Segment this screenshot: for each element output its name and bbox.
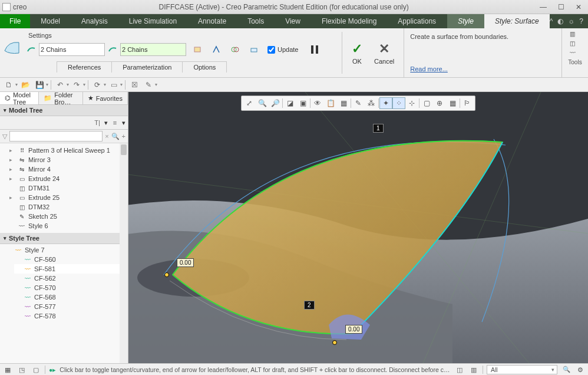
zoom-in-icon[interactable]: 🔍 — [256, 97, 269, 109]
tab-live-simulation[interactable]: Live Simulation — [118, 14, 187, 28]
saved-views-icon[interactable]: 👁 — [311, 97, 324, 109]
open-icon[interactable]: 📂 — [19, 79, 32, 91]
style-tree-header[interactable]: ▾ Style Tree — [0, 233, 128, 244]
redo-icon[interactable]: ↷ — [70, 79, 83, 91]
update-checkbox-input[interactable] — [267, 46, 275, 54]
grid-icon[interactable]: ▦ — [446, 97, 459, 109]
tool-icon-3[interactable]: 〰 — [570, 50, 580, 58]
measure-1[interactable]: 0.00 — [177, 258, 194, 267]
read-more-link[interactable]: Read more... — [410, 65, 556, 73]
subtab-references[interactable]: References — [57, 61, 112, 73]
new-icon[interactable]: 🗋 — [2, 79, 15, 91]
tab-applications[interactable]: Applications — [387, 14, 447, 28]
status-options-icon[interactable]: ⚙ — [575, 365, 586, 374]
repaint-icon[interactable]: ◪ — [283, 97, 296, 109]
boundary-tag-1[interactable]: 1 — [373, 124, 384, 133]
minimize-button[interactable]: — — [536, 2, 550, 12]
spin-center-icon[interactable]: ⊕ — [433, 97, 446, 109]
drag-handle-2[interactable] — [332, 340, 337, 345]
tab-style-context[interactable]: Style — [447, 14, 484, 28]
maximize-button[interactable]: ☐ — [554, 2, 568, 12]
status-geom-icon[interactable]: ◫ — [454, 365, 465, 374]
tab-tools[interactable]: Tools — [237, 14, 275, 28]
view-manager-icon[interactable]: 📋 — [324, 97, 337, 109]
model-tree-header[interactable]: ▾ Model Tree — [0, 105, 128, 116]
tree-settings-icon[interactable]: T| — [91, 117, 103, 128]
status-filter-toggle-icon[interactable]: ▥ — [468, 365, 479, 374]
tab-flexible-modeling[interactable]: Flexible Modeling — [311, 14, 387, 28]
tree-filter-icon[interactable]: ≡ — [109, 117, 121, 128]
connect-option-icon[interactable] — [209, 42, 224, 57]
status-select-icon[interactable]: ▢ — [31, 365, 41, 374]
clear-search-icon[interactable]: × — [105, 133, 108, 140]
windows-icon[interactable]: ▭ — [107, 79, 120, 91]
tab-annotate[interactable]: Annotate — [187, 14, 237, 28]
status-grid-icon[interactable]: ▦ — [2, 365, 13, 374]
csys-display-icon[interactable]: ⊹ — [405, 97, 418, 109]
sidetab-folder-browser[interactable]: 📁Folder Bro… — [39, 92, 82, 104]
measure-2[interactable]: 0.00 — [345, 325, 362, 334]
viewport[interactable]: 1 2 0.00 0.00 ⤢ 🔍 🔎 ◪ ▣ 👁 📋 ▦ ✎ ⁂ ✦ ⁘ ⊹ … — [128, 92, 588, 363]
regen-icon[interactable]: ⟳ — [91, 79, 104, 91]
appearance-icon[interactable]: ◐ — [557, 17, 563, 25]
model-tree-item[interactable]: ✎Sketch 25 — [8, 212, 128, 221]
subtab-parameterization[interactable]: Parameterization — [111, 61, 183, 73]
scrollbar-thumb[interactable] — [121, 144, 127, 155]
model-tree-item[interactable]: ▸⇋Mirror 3 — [8, 155, 128, 165]
funnel-icon[interactable]: ▽ — [2, 133, 7, 140]
chain1-field[interactable]: 2 Chains — [39, 43, 105, 56]
style-tree-item[interactable]: 〰CF-577 — [14, 302, 128, 311]
tab-model[interactable]: Model — [30, 14, 71, 28]
plane-display-icon[interactable]: ▢ — [420, 97, 433, 109]
analysis-option-icon[interactable] — [246, 42, 262, 57]
undo-icon[interactable]: ↶ — [54, 79, 67, 91]
boundary-tag-2[interactable]: 2 — [304, 301, 315, 310]
tab-style-surface[interactable]: Style: Surface — [484, 14, 550, 28]
close-win-icon[interactable]: ☒ — [128, 79, 141, 91]
model-tree-item[interactable]: ▸⠿Pattern 3 of Helical Sweep 1 — [8, 146, 128, 155]
refit-icon[interactable]: ⤢ — [243, 97, 256, 109]
style-tree-item[interactable]: 〰CF-560 — [14, 255, 128, 264]
style-tree-item[interactable]: 〰SF-581 — [14, 264, 128, 274]
pause-button[interactable] — [306, 41, 323, 58]
tree-scrollbar[interactable] — [120, 143, 128, 363]
style-tree-item[interactable]: 〰CF-562 — [14, 274, 128, 283]
style-tree-item[interactable]: 〰CF-570 — [14, 283, 128, 292]
cancel-button[interactable]: ✕ Cancel — [374, 41, 394, 65]
annotate-display-icon[interactable]: ✎ — [352, 97, 365, 109]
model-tree-item[interactable]: ▸▭Extrude 25 — [8, 193, 128, 202]
perspective-icon[interactable]: ▦ — [337, 97, 350, 109]
settings-icon[interactable]: ☼ — [568, 17, 574, 25]
search-icon[interactable]: 🔍 — [111, 133, 120, 140]
ok-button[interactable]: ✓ OK — [352, 41, 362, 65]
help-icon[interactable]: ? — [579, 17, 583, 25]
close-button[interactable]: ✕ — [572, 2, 586, 12]
point-display-icon[interactable]: ⁘ — [392, 97, 405, 109]
tree-search-input[interactable] — [9, 131, 103, 142]
tool-icon-2[interactable]: ◫ — [570, 40, 580, 48]
update-checkbox[interactable]: Update — [265, 46, 298, 54]
collapse-ribbon-icon[interactable]: ^ — [550, 17, 553, 25]
tab-analysis[interactable]: Analysis — [71, 14, 118, 28]
style-tree-root[interactable]: 〰Style 7 — [5, 245, 128, 255]
surface-option-icon[interactable] — [190, 42, 205, 57]
sidetab-favorites[interactable]: ★Favorites — [83, 92, 128, 104]
file-menu[interactable]: File — [0, 14, 30, 28]
axis-display-icon[interactable]: ✦ — [379, 97, 392, 109]
tool-icon-1[interactable]: ▥ — [570, 31, 580, 39]
datum-display-icon[interactable]: ⁂ — [365, 97, 378, 109]
tree-area[interactable]: ▸⠿Pattern 3 of Helical Sweep 1▸⇋Mirror 3… — [0, 143, 128, 363]
sidetab-model-tree[interactable]: ⌬Model Tree — [0, 92, 39, 104]
chain2-field[interactable]: 2 Chains — [120, 43, 186, 56]
tab-view[interactable]: View — [275, 14, 311, 28]
display-style-icon[interactable]: ▣ — [296, 97, 309, 109]
model-tree-item[interactable]: ▸▭Extrude 24 — [8, 174, 128, 183]
model-tree-item[interactable]: ◫DTM31 — [8, 183, 128, 193]
subtab-options[interactable]: Options — [182, 61, 227, 73]
status-find-icon[interactable]: 🔍 — [561, 365, 572, 374]
add-icon[interactable]: + — [122, 133, 125, 140]
model-tree-item[interactable]: ▸⇋Mirror 4 — [8, 165, 128, 174]
named-view-icon[interactable]: 🏳 — [461, 97, 474, 109]
model-tree-item[interactable]: 〰Style 6 — [8, 221, 128, 231]
status-3d-icon[interactable]: ◳ — [16, 365, 27, 374]
